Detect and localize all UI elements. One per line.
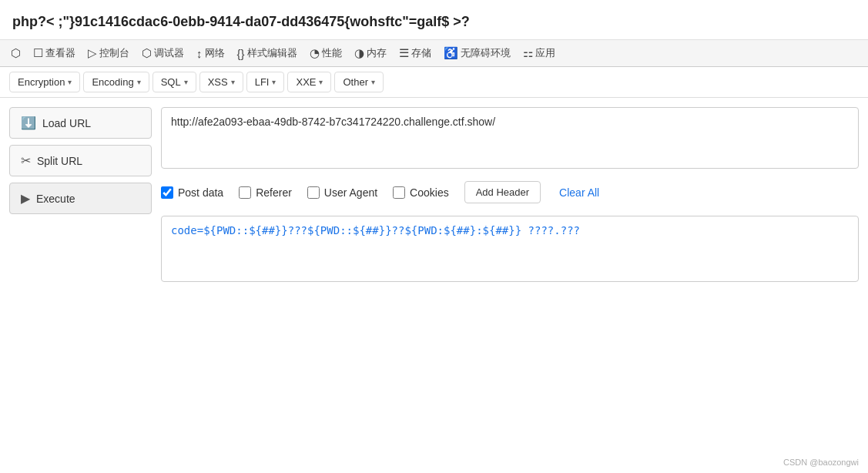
console-icon: ▷ bbox=[88, 46, 97, 60]
post-data-checkbox[interactable] bbox=[161, 186, 173, 199]
debugger-btn[interactable]: ⬡ 调试器 bbox=[137, 43, 189, 63]
watermark-text: CSDN @baozongwi bbox=[783, 458, 859, 467]
referer-checkbox[interactable] bbox=[239, 186, 251, 199]
clear-all-link[interactable]: Clear All bbox=[559, 186, 599, 199]
inspector-icon: ☐ bbox=[33, 46, 43, 60]
console-btn[interactable]: ▷ 控制台 bbox=[83, 43, 134, 63]
main-content: ⬇️ Load URL ✂ Split URL ▶ Execute http:/… bbox=[0, 98, 868, 291]
style-editor-btn[interactable]: {} 样式编辑器 bbox=[233, 43, 302, 63]
sql-label: SQL bbox=[161, 76, 181, 88]
encoding-label: Encoding bbox=[92, 76, 133, 88]
left-panel: ⬇️ Load URL ✂ Split URL ▶ Execute bbox=[9, 107, 152, 282]
post-data-label: Post data bbox=[178, 186, 223, 199]
referer-label: Referer bbox=[256, 186, 292, 199]
network-btn[interactable]: ↕ 网络 bbox=[192, 43, 230, 63]
style-icon: {} bbox=[237, 47, 245, 60]
lfi-label: LFI bbox=[255, 76, 270, 88]
application-label: 应用 bbox=[535, 46, 555, 60]
xxe-chevron-icon: ▾ bbox=[319, 78, 323, 86]
top-url-text: php?< ;"}91c1416cdac6-0ebb-9414-da07-dd4… bbox=[12, 14, 470, 29]
xss-menu-btn[interactable]: XSS ▾ bbox=[199, 72, 243, 92]
watermark: CSDN @baozongwi bbox=[783, 458, 859, 467]
menu-bar: Encryption ▾ Encoding ▾ SQL ▾ XSS ▾ LFI … bbox=[0, 67, 868, 98]
storage-btn[interactable]: ☰ 存储 bbox=[394, 43, 436, 63]
console-label: 控制台 bbox=[99, 46, 129, 60]
load-url-button[interactable]: ⬇️ Load URL bbox=[9, 107, 152, 139]
user-agent-checkbox[interactable] bbox=[307, 186, 320, 199]
user-agent-label: User Agent bbox=[324, 186, 377, 199]
lfi-menu-btn[interactable]: LFI ▾ bbox=[246, 72, 285, 92]
devtools-icon: ⬡ bbox=[11, 46, 21, 60]
load-url-icon: ⬇️ bbox=[21, 116, 36, 130]
encoding-chevron-icon: ▾ bbox=[137, 78, 141, 86]
referer-checkbox-label[interactable]: Referer bbox=[239, 186, 292, 199]
browser-toolbar: ⬡ ☐ 查看器 ▷ 控制台 ⬡ 调试器 ↕ 网络 {} 样式编辑器 ◔ 性能 ◑… bbox=[0, 40, 868, 67]
load-url-label: Load URL bbox=[42, 117, 91, 129]
style-label: 样式编辑器 bbox=[247, 46, 297, 60]
inspector-btn[interactable]: ☐ 查看器 bbox=[28, 43, 80, 63]
xxe-menu-btn[interactable]: XXE ▾ bbox=[287, 72, 331, 92]
top-url-display: php?< ;"}91c1416cdac6-0ebb-9414-da07-dd4… bbox=[0, 0, 868, 40]
performance-label: 性能 bbox=[322, 46, 342, 60]
split-url-icon: ✂ bbox=[21, 153, 31, 168]
accessibility-btn[interactable]: ♿ 无障碍环境 bbox=[439, 43, 515, 63]
lfi-chevron-icon: ▾ bbox=[272, 78, 276, 86]
right-panel: http://afe2a093-ebaa-49db-8742-b7c341724… bbox=[161, 107, 859, 282]
other-label: Other bbox=[343, 76, 368, 88]
encryption-chevron-icon: ▾ bbox=[68, 78, 72, 86]
network-label: 网络 bbox=[205, 46, 225, 60]
execute-icon: ▶ bbox=[21, 191, 30, 206]
url-value: http://afe2a093-ebaa-49db-8742-b7c341724… bbox=[171, 116, 495, 128]
url-input-area[interactable]: http://afe2a093-ebaa-49db-8742-b7c341724… bbox=[161, 107, 859, 169]
performance-icon: ◔ bbox=[310, 46, 320, 60]
accessibility-label: 无障碍环境 bbox=[461, 46, 511, 60]
debugger-label: 调试器 bbox=[154, 46, 184, 60]
checkbox-row: Post data Referer User Agent Cookies Add… bbox=[161, 176, 859, 208]
cookies-label: Cookies bbox=[410, 186, 449, 199]
memory-btn[interactable]: ◑ 内存 bbox=[350, 43, 391, 63]
accessibility-icon: ♿ bbox=[444, 46, 458, 60]
code-textarea[interactable] bbox=[161, 216, 859, 282]
performance-btn[interactable]: ◔ 性能 bbox=[305, 43, 347, 63]
other-menu-btn[interactable]: Other ▾ bbox=[334, 72, 384, 92]
sql-menu-btn[interactable]: SQL ▾ bbox=[152, 72, 196, 92]
execute-button[interactable]: ▶ Execute bbox=[9, 183, 152, 214]
encoding-menu-btn[interactable]: Encoding ▾ bbox=[83, 72, 149, 92]
clear-all-label: Clear All bbox=[559, 186, 599, 199]
network-icon: ↕ bbox=[196, 47, 203, 60]
debugger-icon: ⬡ bbox=[142, 46, 152, 60]
post-data-checkbox-label[interactable]: Post data bbox=[161, 186, 223, 199]
application-btn[interactable]: ⚏ 应用 bbox=[518, 43, 560, 63]
other-chevron-icon: ▾ bbox=[371, 78, 375, 86]
storage-label: 存储 bbox=[411, 46, 431, 60]
split-url-button[interactable]: ✂ Split URL bbox=[9, 145, 152, 176]
storage-icon: ☰ bbox=[399, 46, 409, 60]
xss-label: XSS bbox=[208, 76, 228, 88]
devtools-btn[interactable]: ⬡ bbox=[6, 43, 25, 63]
application-icon: ⚏ bbox=[523, 46, 533, 60]
memory-label: 内存 bbox=[367, 46, 387, 60]
cookies-checkbox[interactable] bbox=[393, 186, 405, 199]
cookies-checkbox-label[interactable]: Cookies bbox=[393, 186, 449, 199]
xxe-label: XXE bbox=[296, 76, 316, 88]
add-header-label: Add Header bbox=[476, 186, 529, 198]
split-url-label: Split URL bbox=[37, 155, 82, 167]
sql-chevron-icon: ▾ bbox=[184, 78, 188, 86]
inspector-label: 查看器 bbox=[45, 46, 75, 60]
xss-chevron-icon: ▾ bbox=[231, 78, 235, 86]
user-agent-checkbox-label[interactable]: User Agent bbox=[307, 186, 377, 199]
add-header-button[interactable]: Add Header bbox=[464, 181, 541, 203]
encryption-label: Encryption bbox=[18, 76, 65, 88]
encryption-menu-btn[interactable]: Encryption ▾ bbox=[9, 72, 80, 92]
execute-label: Execute bbox=[36, 193, 75, 205]
memory-icon: ◑ bbox=[354, 46, 364, 60]
